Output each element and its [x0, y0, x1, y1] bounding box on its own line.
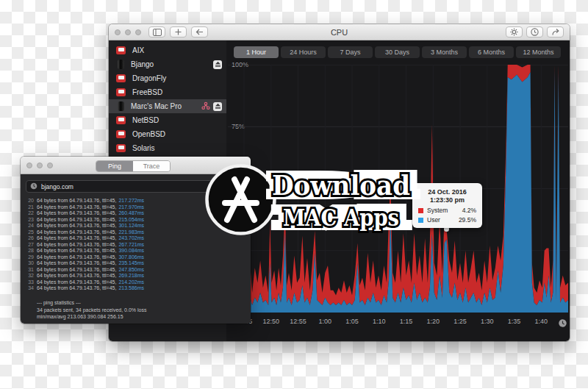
sidebar-item-label: DragonFly: [132, 74, 166, 82]
zoom-button[interactable]: [135, 29, 141, 35]
ping-result-row: 3364 bytes from 64.79.143.76, ttl=45,214…: [21, 279, 251, 286]
sidebar-item-dragonfly[interactable]: DragonFly: [109, 71, 226, 85]
realtime-clock-icon[interactable]: [559, 317, 567, 330]
range-tab-24-hours[interactable]: 24 Hours: [281, 46, 326, 58]
watermark-title: Download: [272, 169, 410, 201]
ping-row-text: 64 bytes from 64.79.143.76, ttl=45,: [37, 254, 116, 261]
traffic-lights: [109, 29, 141, 35]
range-tab-30-days[interactable]: 30 Days: [375, 46, 420, 58]
ping-row-text: 64 bytes from 64.79.143.76, ttl=45,: [37, 279, 116, 286]
sidebar-item-label: Bjango: [131, 60, 154, 68]
ping-row-text: 64 bytes from 64.79.143.76, ttl=45,: [37, 217, 116, 224]
ping-row-text: 64 bytes from 64.79.143.76, ttl=45,: [37, 223, 116, 229]
ping-result-row: 3264 bytes from 64.79.143.76, ttl=45,269…: [21, 273, 251, 279]
share-button[interactable]: [547, 26, 564, 38]
sidebar-item-label: AIX: [132, 46, 144, 54]
settings-button[interactable]: [506, 26, 523, 38]
history-clock-icon[interactable]: [30, 182, 37, 191]
ping-latency-value: 213.586ms: [118, 285, 144, 292]
range-tab-1-hour[interactable]: 1 Hour: [234, 46, 279, 58]
sidebar-item-label: OpenBSD: [132, 130, 165, 138]
tooltip-date: 24 Oct. 2016: [418, 188, 476, 196]
x-axis-tick-label: 1:15: [394, 318, 419, 325]
minimize-button[interactable]: [125, 29, 131, 35]
tab-trace[interactable]: Trace: [133, 161, 170, 171]
ping-latency-value: 260.487ms: [118, 210, 144, 217]
ping-seq: 32: [21, 273, 34, 279]
ping-seq: 31: [21, 267, 34, 274]
sidebar-item-marc-s-mac-pro[interactable]: Marc's Mac Pro: [109, 99, 226, 113]
server-icon: [116, 74, 126, 82]
range-tab-12-months[interactable]: 12 Months: [516, 46, 561, 58]
tooltip-user-label: User: [427, 216, 440, 224]
watermark-subtitle: MAC Apps: [283, 204, 399, 231]
ping-seq: 23: [21, 217, 34, 224]
x-axis-tick-label: 12:50: [259, 318, 284, 325]
ping-row-text: 64 bytes from 64.79.143.76, ttl=45,: [37, 267, 116, 274]
ping-latency-value: 269.218ms: [118, 273, 144, 279]
sidebar-item-freebsd[interactable]: FreeBSD: [109, 85, 226, 99]
ping-result-row: 2964 bytes from 64.79.143.76, ttl=45,307…: [21, 254, 251, 261]
sidebar-item-openbsd[interactable]: OpenBSD: [109, 127, 226, 141]
cpu-window-titlebar: CPU: [109, 24, 570, 40]
ping-latency-value: 217.272ms: [118, 198, 144, 204]
close-button[interactable]: [26, 163, 32, 168]
x-axis-tick-label: 1:05: [340, 318, 365, 325]
server-icon: [116, 116, 126, 124]
minimize-button[interactable]: [37, 163, 43, 168]
ping-seq: 21: [21, 204, 34, 211]
ping-row-text: 64 bytes from 64.79.143.76, ttl=45,: [37, 235, 116, 242]
add-server-button[interactable]: [170, 26, 187, 38]
server-icon: [116, 144, 126, 152]
tooltip-user-row: User 29.5%: [418, 216, 476, 224]
sidebar-item-label: FreeBSD: [132, 88, 162, 96]
eject-button[interactable]: [213, 60, 222, 69]
ping-row-text: 64 bytes from 64.79.143.76, ttl=45,: [37, 204, 116, 211]
x-axis-tick-label: 1:35: [502, 318, 527, 325]
tab-ping[interactable]: Ping: [96, 161, 133, 171]
ping-row-text: 64 bytes from 64.79.143.76, ttl=45,: [37, 198, 116, 204]
ping-row-text: 64 bytes from 64.79.143.76, ttl=45,: [37, 242, 116, 249]
ping-result-row: 2864 bytes from 64.79.143.76, ttl=45,390…: [21, 248, 251, 254]
sidebar-toggle-button[interactable]: [148, 26, 165, 38]
x-axis-tick-label: 1:25: [448, 318, 473, 325]
range-tab-7-days[interactable]: 7 Days: [328, 46, 373, 58]
x-axis-tick-label: 1:00: [312, 318, 337, 325]
back-button[interactable]: [191, 26, 208, 38]
range-tab-6-months[interactable]: 6 Months: [469, 46, 514, 58]
ping-statistics: --- ping statistics --- 34 packets sent,…: [37, 299, 146, 321]
history-button[interactable]: [526, 26, 543, 38]
screen-sharing-icon[interactable]: [201, 101, 210, 112]
ping-row-text: 64 bytes from 64.79.143.76, ttl=45,: [37, 210, 116, 217]
sidebar-item-aix[interactable]: AIX: [109, 43, 226, 57]
ping-latency-value: 390.084ms: [118, 248, 144, 254]
x-axis-tick-label: 1:10: [367, 318, 392, 325]
stats-line: --- ping statistics ---: [37, 299, 146, 307]
zoom-button[interactable]: [47, 163, 53, 168]
ping-latency-value: 307.806ms: [118, 254, 144, 261]
ping-result-row: 3064 bytes from 64.79.143.76, ttl=45,235…: [21, 260, 251, 267]
server-icon: [116, 88, 126, 96]
close-button[interactable]: [115, 29, 121, 35]
download-mac-apps-watermark: Dl Ml Download MAC Apps: [204, 163, 425, 243]
sidebar-item-label: Marc's Mac Pro: [131, 102, 182, 110]
ping-seq: 34: [21, 285, 34, 292]
plus-icon: [175, 29, 182, 35]
sidebar-item-solaris[interactable]: Solaris: [109, 141, 226, 155]
sidebar-item-netbsd[interactable]: NetBSD: [109, 113, 226, 127]
eject-button[interactable]: [213, 102, 222, 111]
stats-line: min/max/avg 213.063 390.084 256.15: [37, 313, 146, 321]
ping-seq: 26: [21, 235, 34, 242]
tooltip-user-value: 29.5%: [459, 216, 476, 224]
ping-seq: 27: [21, 242, 34, 249]
stats-line: 34 packets sent, 34 packets received, 0.…: [37, 307, 146, 314]
range-tab-3-months[interactable]: 3 Months: [422, 46, 467, 58]
sidebar-item-label: NetBSD: [132, 116, 159, 124]
ping-seq: 20: [21, 198, 34, 204]
mac-pro-icon: [118, 60, 124, 69]
screenshot-root: { "watermark": { "title": "Download", "s…: [0, 0, 588, 389]
ping-latency-value: 217.970ms: [118, 204, 144, 211]
sidebar-item-bjango[interactable]: Bjango: [109, 57, 226, 71]
host-value: bjango.com: [41, 183, 74, 190]
ping-latency-value: 235.145ms: [118, 260, 144, 267]
